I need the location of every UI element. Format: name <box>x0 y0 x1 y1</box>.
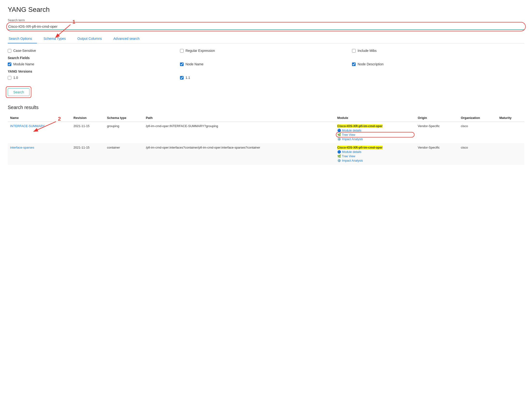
yang-versions-row: 1.0 1.1 <box>8 76 524 80</box>
node-name-label: Node Name <box>186 62 204 66</box>
tabs-container: Search Options Schema Types Output Colum… <box>8 34 524 43</box>
results-table: Name Revision Schema type Path Module Or… <box>8 114 524 165</box>
search-fields-title: Search Fields <box>8 56 524 60</box>
cell-origin: Vendor-Specific <box>415 122 458 143</box>
tab-output-columns[interactable]: Output Columns <box>76 34 107 43</box>
case-sensitive-checkbox[interactable] <box>8 49 11 53</box>
page-title: YANG Search <box>8 6 524 13</box>
case-sensitive-col: Case-Sensitive <box>8 49 180 53</box>
module-link-module-details[interactable]: 🔵 Module details <box>337 128 413 132</box>
table-header-row: Name Revision Schema type Path Module Or… <box>8 114 524 122</box>
cell-maturity <box>497 122 524 143</box>
table-row: INTERFACE-SUMMARY2021-11-15grouping/pfi-… <box>8 122 524 143</box>
version-10-col: 1.0 <box>8 76 180 80</box>
col-header-module: Module <box>335 114 415 122</box>
cell-origin: Vendor-Specific <box>415 143 458 165</box>
case-sensitive-label: Case-Sensitive <box>13 49 36 53</box>
col-header-path: Path <box>143 114 335 122</box>
search-options-panel: Case-Sensitive Regular Expression Includ… <box>8 49 524 80</box>
options-row-1: Case-Sensitive Regular Expression Includ… <box>8 49 524 53</box>
col-header-origin: Origin <box>415 114 458 122</box>
node-desc-col: Node Description <box>352 62 524 66</box>
regex-col: Regular Expression <box>180 49 352 53</box>
version-11-checkbox[interactable] <box>180 76 184 80</box>
node-name-checkbox[interactable] <box>180 62 184 66</box>
module-link-tree-view[interactable]: 🌿 Tree View <box>337 154 413 158</box>
search-button[interactable]: Search <box>8 88 29 96</box>
module-link-tree-view[interactable]: 🌿 Tree View <box>337 133 413 137</box>
module-name-label: Module Name <box>13 62 34 66</box>
cell-schema-type: container <box>105 143 143 165</box>
search-term-label: Search term <box>8 18 524 22</box>
version-11-col: 1.1 <box>180 76 352 80</box>
tab-schema-types[interactable]: Schema Types <box>43 34 71 43</box>
regex-checkbox[interactable] <box>180 49 184 53</box>
cell-name[interactable]: interface-sparses <box>8 143 71 165</box>
tab-search-options[interactable]: Search Options <box>8 34 37 43</box>
module-link-impact-analysis[interactable]: ⚙️ Impact Analysis <box>337 159 413 162</box>
node-desc-label: Node Description <box>357 62 383 66</box>
include-mibs-label: Include Mibs <box>357 49 377 53</box>
cell-module: Cisco-IOS-XR-pfi-im-cmd-oper🔵 Module det… <box>335 143 415 165</box>
node-name-col: Node Name <box>180 62 352 66</box>
results-title: Search results <box>8 105 524 110</box>
cell-path: /pfi-im-cmd-oper:INTERFACE-SUMMARY?group… <box>143 122 335 143</box>
cell-organization: cisco <box>458 122 497 143</box>
version-11-label: 1.1 <box>186 76 190 80</box>
module-link-module-details[interactable]: 🔵 Module details <box>337 150 413 154</box>
module-name-col: Module Name <box>8 62 180 66</box>
table-row: interface-sparses2021-11-15container/pfi… <box>8 143 524 165</box>
module-name-checkbox[interactable] <box>8 62 11 66</box>
cell-revision: 2021-11-15 <box>71 122 105 143</box>
col-header-org: Organization <box>458 114 497 122</box>
version-10-checkbox[interactable] <box>8 76 11 80</box>
regex-label: Regular Expression <box>186 49 215 53</box>
tab-advanced-search[interactable]: Advanced search <box>112 34 144 43</box>
version-10-label: 1.0 <box>13 76 18 80</box>
col-header-schema: Schema type <box>105 114 143 122</box>
module-highlight: Cisco-IOS-XR-pfi-im-cmd-oper <box>337 124 383 128</box>
search-input[interactable] <box>8 23 524 30</box>
col-header-revision: Revision <box>71 114 105 122</box>
node-desc-checkbox[interactable] <box>352 62 356 66</box>
cell-organization: cisco <box>458 143 497 165</box>
cell-revision: 2021-11-15 <box>71 143 105 165</box>
search-fields-row: Module Name Node Name Node Description <box>8 62 524 66</box>
module-link-impact-analysis[interactable]: ⚙️ Impact Analysis <box>337 137 413 141</box>
col-header-name: Name <box>8 114 71 122</box>
module-highlight: Cisco-IOS-XR-pfi-im-cmd-oper <box>337 146 383 149</box>
yang-versions-title: YANG Versions <box>8 70 524 73</box>
cell-name[interactable]: INTERFACE-SUMMARY <box>8 122 71 143</box>
include-mibs-checkbox[interactable] <box>352 49 356 53</box>
col-header-maturity: Maturity <box>497 114 524 122</box>
cell-path: /pfi-im-cmd-oper:interfaces?container/pf… <box>143 143 335 165</box>
cell-module: Cisco-IOS-XR-pfi-im-cmd-oper🔵 Module det… <box>335 122 415 143</box>
include-mibs-col: Include Mibs <box>352 49 524 53</box>
cell-schema-type: grouping <box>105 122 143 143</box>
cell-maturity <box>497 143 524 165</box>
